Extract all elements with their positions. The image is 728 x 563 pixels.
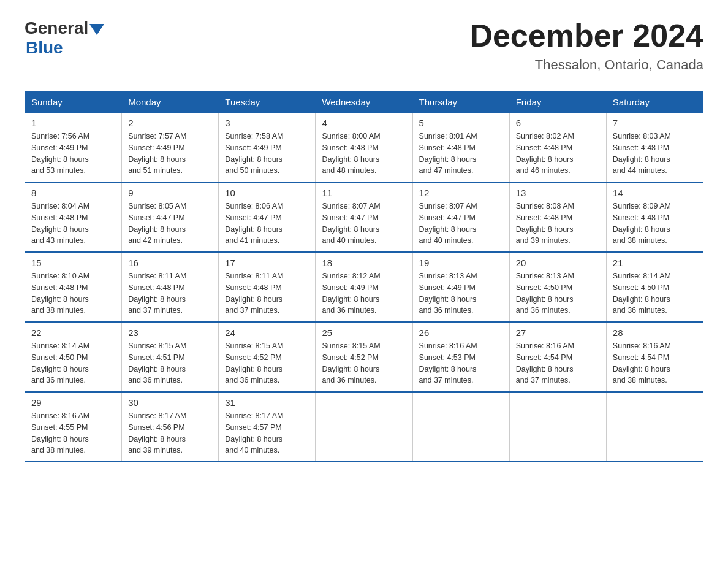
day-number: 27 bbox=[516, 327, 600, 338]
day-number: 15 bbox=[31, 258, 115, 268]
logo: General Blue bbox=[25, 18, 104, 58]
day-info: Sunrise: 8:07 AMSunset: 4:47 PMDaylight:… bbox=[322, 202, 380, 245]
day-number: 19 bbox=[419, 258, 503, 268]
calendar-cell: 20 Sunrise: 8:13 AMSunset: 4:50 PMDaylig… bbox=[509, 252, 606, 322]
day-info: Sunrise: 8:14 AMSunset: 4:50 PMDaylight:… bbox=[31, 342, 89, 385]
day-number: 24 bbox=[225, 327, 309, 338]
day-info: Sunrise: 8:12 AMSunset: 4:49 PMDaylight:… bbox=[322, 272, 380, 315]
day-number: 25 bbox=[322, 327, 406, 338]
day-number: 6 bbox=[516, 118, 600, 128]
day-number: 2 bbox=[128, 118, 212, 128]
day-number: 7 bbox=[613, 118, 697, 128]
calendar-week-1: 1 Sunrise: 7:56 AMSunset: 4:49 PMDayligh… bbox=[25, 113, 703, 183]
day-number: 4 bbox=[322, 118, 406, 128]
calendar-cell: 24 Sunrise: 8:15 AMSunset: 4:52 PMDaylig… bbox=[219, 322, 316, 392]
calendar-cell: 8 Sunrise: 8:04 AMSunset: 4:48 PMDayligh… bbox=[25, 182, 122, 252]
location-subtitle: Thessalon, Ontario, Canada bbox=[469, 57, 703, 73]
calendar-cell: 9 Sunrise: 8:05 AMSunset: 4:47 PMDayligh… bbox=[122, 182, 219, 252]
month-title: December 2024 bbox=[469, 18, 703, 53]
day-info: Sunrise: 8:11 AMSunset: 4:48 PMDaylight:… bbox=[225, 272, 283, 315]
header-cell-saturday: Saturday bbox=[606, 92, 703, 113]
day-number: 18 bbox=[322, 258, 406, 268]
logo-triangle-icon bbox=[89, 24, 104, 35]
day-info: Sunrise: 7:56 AMSunset: 4:49 PMDaylight:… bbox=[31, 132, 89, 175]
day-number: 9 bbox=[128, 188, 212, 198]
day-info: Sunrise: 8:17 AMSunset: 4:57 PMDaylight:… bbox=[225, 412, 283, 454]
calendar-cell: 7 Sunrise: 8:03 AMSunset: 4:48 PMDayligh… bbox=[606, 113, 703, 183]
day-number: 1 bbox=[31, 118, 115, 128]
calendar-cell: 1 Sunrise: 7:56 AMSunset: 4:49 PMDayligh… bbox=[25, 113, 122, 183]
day-info: Sunrise: 8:05 AMSunset: 4:47 PMDaylight:… bbox=[128, 202, 186, 245]
day-info: Sunrise: 8:09 AMSunset: 4:48 PMDaylight:… bbox=[613, 202, 671, 245]
day-info: Sunrise: 8:08 AMSunset: 4:48 PMDaylight:… bbox=[516, 202, 574, 245]
day-info: Sunrise: 8:13 AMSunset: 4:49 PMDaylight:… bbox=[419, 272, 477, 315]
day-info: Sunrise: 8:16 AMSunset: 4:55 PMDaylight:… bbox=[31, 412, 89, 454]
calendar-cell bbox=[606, 392, 703, 462]
calendar-cell: 31 Sunrise: 8:17 AMSunset: 4:57 PMDaylig… bbox=[219, 392, 316, 462]
title-section: December 2024 Thessalon, Ontario, Canada bbox=[469, 18, 703, 73]
logo-blue-text: Blue bbox=[26, 38, 63, 57]
calendar-cell: 29 Sunrise: 8:16 AMSunset: 4:55 PMDaylig… bbox=[25, 392, 122, 462]
day-info: Sunrise: 8:06 AMSunset: 4:47 PMDaylight:… bbox=[225, 202, 283, 245]
day-number: 11 bbox=[322, 188, 406, 198]
calendar-table: SundayMondayTuesdayWednesdayThursdayFrid… bbox=[25, 91, 703, 462]
header-cell-thursday: Thursday bbox=[412, 92, 509, 113]
calendar-cell: 3 Sunrise: 7:58 AMSunset: 4:49 PMDayligh… bbox=[219, 113, 316, 183]
calendar-cell: 26 Sunrise: 8:16 AMSunset: 4:53 PMDaylig… bbox=[412, 322, 509, 392]
calendar-cell: 28 Sunrise: 8:16 AMSunset: 4:54 PMDaylig… bbox=[606, 322, 703, 392]
calendar-cell: 13 Sunrise: 8:08 AMSunset: 4:48 PMDaylig… bbox=[509, 182, 606, 252]
calendar-cell bbox=[316, 392, 412, 462]
day-info: Sunrise: 8:02 AMSunset: 4:48 PMDaylight:… bbox=[516, 132, 574, 175]
day-info: Sunrise: 8:16 AMSunset: 4:54 PMDaylight:… bbox=[516, 342, 574, 385]
day-info: Sunrise: 8:15 AMSunset: 4:52 PMDaylight:… bbox=[322, 342, 380, 385]
day-number: 17 bbox=[225, 258, 309, 268]
day-number: 12 bbox=[419, 188, 503, 198]
calendar-cell: 30 Sunrise: 8:17 AMSunset: 4:56 PMDaylig… bbox=[122, 392, 219, 462]
calendar-cell: 15 Sunrise: 8:10 AMSunset: 4:48 PMDaylig… bbox=[25, 252, 122, 322]
day-number: 26 bbox=[419, 327, 503, 338]
calendar-week-4: 22 Sunrise: 8:14 AMSunset: 4:50 PMDaylig… bbox=[25, 322, 703, 392]
calendar-cell: 22 Sunrise: 8:14 AMSunset: 4:50 PMDaylig… bbox=[25, 322, 122, 392]
calendar-cell: 12 Sunrise: 8:07 AMSunset: 4:47 PMDaylig… bbox=[412, 182, 509, 252]
day-info: Sunrise: 8:10 AMSunset: 4:48 PMDaylight:… bbox=[31, 272, 89, 315]
day-info: Sunrise: 8:15 AMSunset: 4:52 PMDaylight:… bbox=[225, 342, 283, 385]
calendar-cell: 18 Sunrise: 8:12 AMSunset: 4:49 PMDaylig… bbox=[316, 252, 412, 322]
day-number: 28 bbox=[613, 327, 697, 338]
calendar-cell: 19 Sunrise: 8:13 AMSunset: 4:49 PMDaylig… bbox=[412, 252, 509, 322]
header-row: SundayMondayTuesdayWednesdayThursdayFrid… bbox=[25, 92, 703, 113]
calendar-cell: 5 Sunrise: 8:01 AMSunset: 4:48 PMDayligh… bbox=[412, 113, 509, 183]
day-number: 23 bbox=[128, 327, 212, 338]
header-cell-tuesday: Tuesday bbox=[219, 92, 316, 113]
calendar-header: SundayMondayTuesdayWednesdayThursdayFrid… bbox=[25, 92, 703, 113]
day-info: Sunrise: 8:04 AMSunset: 4:48 PMDaylight:… bbox=[31, 202, 89, 245]
day-info: Sunrise: 8:01 AMSunset: 4:48 PMDaylight:… bbox=[419, 132, 477, 175]
calendar-cell: 16 Sunrise: 8:11 AMSunset: 4:48 PMDaylig… bbox=[122, 252, 219, 322]
calendar-cell bbox=[509, 392, 606, 462]
day-info: Sunrise: 8:14 AMSunset: 4:50 PMDaylight:… bbox=[613, 272, 671, 315]
day-number: 8 bbox=[31, 188, 115, 198]
header-cell-wednesday: Wednesday bbox=[316, 92, 412, 113]
calendar-cell: 25 Sunrise: 8:15 AMSunset: 4:52 PMDaylig… bbox=[316, 322, 412, 392]
day-info: Sunrise: 8:00 AMSunset: 4:48 PMDaylight:… bbox=[322, 132, 380, 175]
calendar-cell: 2 Sunrise: 7:57 AMSunset: 4:49 PMDayligh… bbox=[122, 113, 219, 183]
day-number: 13 bbox=[516, 188, 600, 198]
day-info: Sunrise: 8:17 AMSunset: 4:56 PMDaylight:… bbox=[128, 412, 186, 454]
calendar-week-5: 29 Sunrise: 8:16 AMSunset: 4:55 PMDaylig… bbox=[25, 392, 703, 462]
day-number: 20 bbox=[516, 258, 600, 268]
header-cell-monday: Monday bbox=[122, 92, 219, 113]
day-number: 3 bbox=[225, 118, 309, 128]
day-number: 31 bbox=[225, 397, 309, 408]
page-header: General Blue December 2024 Thessalon, On… bbox=[25, 18, 703, 73]
calendar-cell: 14 Sunrise: 8:09 AMSunset: 4:48 PMDaylig… bbox=[606, 182, 703, 252]
day-number: 29 bbox=[31, 397, 115, 408]
calendar-week-3: 15 Sunrise: 8:10 AMSunset: 4:48 PMDaylig… bbox=[25, 252, 703, 322]
calendar-cell: 6 Sunrise: 8:02 AMSunset: 4:48 PMDayligh… bbox=[509, 113, 606, 183]
day-number: 5 bbox=[419, 118, 503, 128]
day-number: 30 bbox=[128, 397, 212, 408]
calendar-cell: 27 Sunrise: 8:16 AMSunset: 4:54 PMDaylig… bbox=[509, 322, 606, 392]
day-number: 21 bbox=[613, 258, 697, 268]
calendar-cell bbox=[412, 392, 509, 462]
calendar-cell: 11 Sunrise: 8:07 AMSunset: 4:47 PMDaylig… bbox=[316, 182, 412, 252]
calendar-cell: 10 Sunrise: 8:06 AMSunset: 4:47 PMDaylig… bbox=[219, 182, 316, 252]
day-info: Sunrise: 8:07 AMSunset: 4:47 PMDaylight:… bbox=[419, 202, 477, 245]
